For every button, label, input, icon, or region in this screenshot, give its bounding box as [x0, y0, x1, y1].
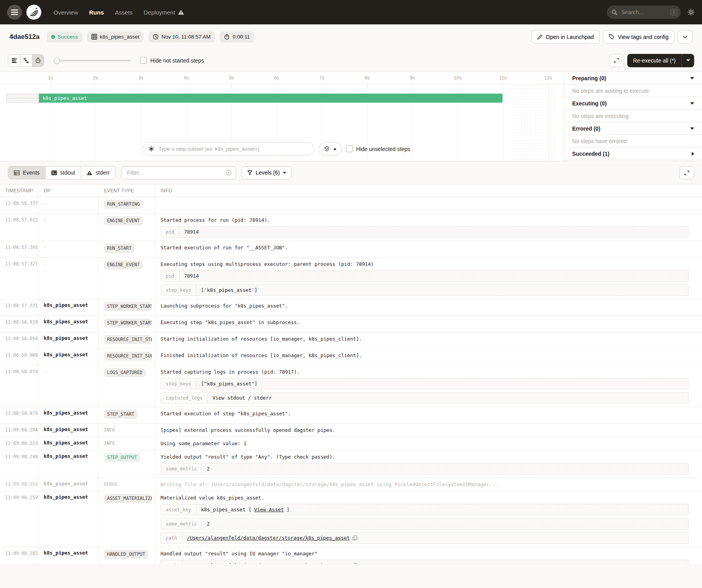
gantt-step-bar[interactable]: k8s_pipes_asset — [39, 94, 502, 103]
dagster-logo-icon[interactable] — [26, 4, 42, 20]
view-tags-config-button[interactable]: View tags and config — [603, 30, 674, 44]
flat-view-icon — [11, 58, 17, 63]
log-timestamp: 11:08:58.079 — [0, 407, 38, 423]
step-subset-input[interactable] — [158, 146, 309, 152]
log-op-cell: k8s_pipes_asset — [38, 332, 98, 348]
log-op: - — [44, 261, 46, 266]
copy-icon[interactable] — [353, 535, 357, 541]
panel-section-preparing[interactable]: Preparing (0) — [564, 72, 702, 85]
metadata-link[interactable]: View Asset — [254, 507, 284, 512]
metadata-entry: asset_keyk8s_pipes_asset [View Asset] — [161, 504, 689, 515]
reexecute-all-button[interactable]: Re-execute all (*) — [627, 54, 682, 67]
log-op-cell: - — [38, 214, 98, 241]
event-type-badge[interactable]: STEP_WORKER_STARTED — [104, 319, 152, 328]
event-type-badge[interactable]: ENGINE_EVENT — [104, 260, 143, 269]
axis-tick-label: 7s — [319, 75, 324, 81]
event-type-badge[interactable]: RUN_START — [104, 244, 135, 253]
event-type-badge[interactable]: RESOURCE_INIT_SUCC… — [104, 352, 152, 361]
log-info-cell: Yielded output "result" of type "Any". (… — [155, 450, 702, 477]
status-dot-icon — [51, 35, 55, 39]
apply-step-filter-button[interactable] — [318, 142, 342, 155]
levels-dropdown[interactable]: Levels (6) — [242, 166, 292, 179]
event-type-badge[interactable]: STEP_START — [104, 410, 137, 419]
view-tags-config-label: View tags and config — [618, 34, 669, 40]
tab-stderr[interactable]: stderr — [81, 166, 115, 179]
view-timed-button[interactable] — [32, 55, 44, 66]
reexecute-all-label: Re-execute all (*) — [633, 57, 676, 64]
log-event-type-cell: RESOURCE_INIT_SUCC… — [98, 349, 155, 365]
axis-tick-label: 1s — [48, 75, 53, 81]
panel-section-executing[interactable]: Executing (0) — [564, 97, 702, 110]
nav-item-label: Deployment — [144, 9, 175, 16]
metadata-text: 78914 — [184, 273, 199, 279]
log-op-cell: k8s_pipes_asset — [38, 450, 98, 477]
view-flat-button[interactable] — [8, 55, 20, 66]
nav-item-deployment[interactable]: Deployment — [144, 9, 184, 16]
panel-section-errored[interactable]: Errored (0) — [564, 122, 702, 135]
log-op-cell: k8s_pipes_asset — [38, 349, 98, 365]
caret-down-icon — [690, 102, 694, 105]
hide-not-started-label: Hide not started steps — [150, 57, 204, 64]
gear-icon[interactable] — [687, 8, 695, 16]
reexecute-menu-button[interactable] — [682, 54, 694, 67]
event-type-badge[interactable]: ENGINE_EVENT — [104, 216, 143, 225]
metadata-entry: path/Users/alangenfeld/data/dagster/stor… — [161, 532, 689, 544]
search-input[interactable] — [621, 9, 667, 16]
slider-thumb[interactable] — [54, 57, 60, 64]
log-filter-input[interactable] — [126, 169, 222, 176]
metadata-link[interactable]: /Users/alangenfeld/data/dagster/storage/… — [187, 535, 350, 541]
global-search[interactable]: / — [607, 6, 681, 19]
event-type-badge[interactable]: HANDLED_OUTPUT — [104, 550, 148, 559]
hide-unselected-checkbox[interactable] — [346, 146, 353, 152]
nav-item-assets[interactable]: Assets — [115, 9, 133, 16]
log-info-cell: Writing file at: /Users/alangenfeld/data… — [155, 478, 702, 491]
log-info-text: Handled output "result" using IO manager… — [161, 550, 698, 557]
hide-unselected-control[interactable]: Hide unselected steps — [346, 146, 410, 152]
job-tag[interactable]: k8s_pipes_asset — [87, 31, 144, 42]
log-info-cell: Executing step "k8s_pipes_asset" in subp… — [155, 316, 702, 332]
gantt-fullscreen-button[interactable] — [609, 54, 624, 67]
logs-fullscreen-button[interactable] — [679, 166, 694, 179]
metadata-entry: step_keys["k8s_pipes_asset"] — [161, 378, 689, 389]
event-type-badge[interactable]: STEP_OUTPUT — [104, 453, 140, 462]
hide-not-started-control[interactable]: Hide not started steps — [140, 57, 204, 64]
metadata-text: View stdout / stderr — [212, 395, 272, 401]
job-tag-label: k8s_pipes_asset — [100, 34, 140, 40]
log-op-cell: k8s_pipes_asset — [38, 407, 98, 423]
tab-events[interactable]: Events — [8, 166, 45, 179]
copy-icon[interactable] — [353, 563, 357, 564]
hide-not-started-checkbox[interactable] — [140, 57, 147, 64]
run-actions-menu-button[interactable] — [678, 30, 693, 44]
event-type-badge[interactable]: ASSET_MATERIALIZAT… — [104, 494, 152, 503]
search-icon — [611, 9, 617, 15]
nav-item-runs[interactable]: Runs — [89, 9, 104, 16]
menu-button[interactable] — [7, 5, 22, 20]
col-event-type: EVENT TYPE — [98, 184, 155, 197]
log-timestamp: 11:09:08.204 — [0, 424, 38, 437]
view-waterfall-button[interactable] — [20, 55, 32, 66]
expand-icon — [613, 57, 619, 63]
panel-section-succeeded[interactable]: Succeeded (1) — [564, 147, 702, 160]
log-timestamp: 11:08:58.060 — [0, 349, 38, 365]
log-timestamp: 11:08:57.305 — [0, 241, 38, 257]
gantt-zoom-slider[interactable] — [54, 57, 131, 64]
log-op-cell: - — [38, 258, 98, 299]
gantt-chart: 1s2s3s4s5s6s7s8s9s10s11s12s k8s_pipes_as… — [0, 72, 564, 161]
nav-item-overview[interactable]: Overview — [54, 9, 78, 16]
metadata-entry: captured_logsView stdout / stderr — [161, 392, 689, 404]
open-in-launchpad-button[interactable]: Open in Launchpad — [531, 30, 600, 44]
event-type-badge[interactable]: RESOURCE_INIT_STAR… — [104, 335, 152, 344]
log-info-cell: Started process for run (pid: 78914).pid… — [155, 214, 702, 241]
log-row: 11:08:57.331k8s_pipes_assetSTEP_WORKER_S… — [0, 299, 702, 316]
log-row: 11:08:58.060k8s_pipes_assetRESOURCE_INIT… — [0, 349, 702, 365]
axis-tick-label: 8s — [364, 75, 369, 81]
event-type-badge[interactable]: RUN_STARTING — [104, 200, 143, 209]
log-info-text: Launching subprocess for "k8s_pipes_asse… — [161, 302, 698, 309]
metadata-link[interactable]: /Users/alangenfeld/data/dagster/storage/… — [187, 562, 350, 564]
event-type-badge[interactable]: STEP_WORKER_STARTI… — [104, 302, 152, 311]
log-info-text: Yielded output "result" of type "Any". (… — [161, 453, 698, 460]
slider-track — [54, 60, 131, 61]
event-type-badge[interactable]: LOGS_CAPTURED — [104, 368, 146, 377]
tab-stdout[interactable]: stdout — [45, 166, 81, 179]
clear-filter-icon[interactable] — [225, 170, 232, 176]
